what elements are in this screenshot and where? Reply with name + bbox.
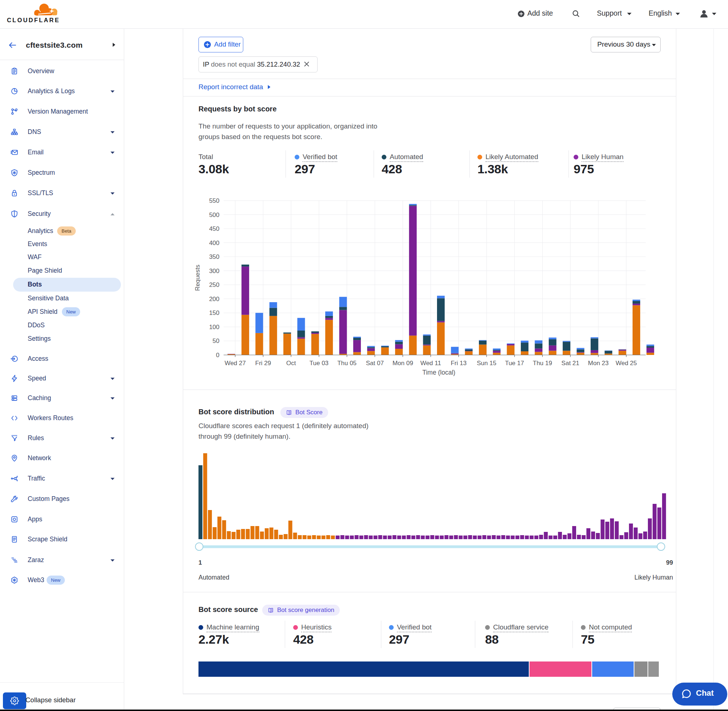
svg-text:Wed 25: Wed 25	[616, 360, 636, 367]
svg-text:Oct: Oct	[286, 360, 296, 367]
svg-text:Tue 17: Tue 17	[505, 360, 524, 367]
svg-text:200: 200	[209, 296, 219, 302]
svg-text:550: 550	[209, 197, 219, 204]
svg-text:Mon 09: Mon 09	[393, 360, 413, 367]
svg-text:Fri 29: Fri 29	[255, 360, 271, 367]
svg-text:Requests: Requests	[194, 265, 201, 291]
svg-text:Sun 15: Sun 15	[477, 360, 496, 367]
svg-text:Fri 13: Fri 13	[451, 360, 467, 367]
svg-text:Tue 03: Tue 03	[310, 360, 328, 367]
svg-text:250: 250	[209, 282, 219, 288]
svg-text:Automated: Automated	[198, 574, 229, 581]
svg-text:150: 150	[209, 310, 219, 316]
svg-text:99: 99	[666, 559, 673, 566]
svg-text:300: 300	[209, 268, 219, 274]
svg-text:50: 50	[213, 338, 220, 344]
svg-text:Sat 21: Sat 21	[561, 360, 579, 367]
svg-text:450: 450	[209, 225, 219, 232]
svg-text:0: 0	[216, 352, 219, 358]
svg-text:100: 100	[209, 324, 219, 330]
svg-text:400: 400	[209, 239, 219, 246]
svg-text:Mon 23: Mon 23	[588, 360, 609, 367]
svg-text:Likely Human: Likely Human	[634, 574, 673, 581]
svg-text:500: 500	[209, 211, 219, 218]
svg-text:350: 350	[209, 254, 219, 260]
svg-text:1: 1	[198, 559, 202, 566]
svg-text:Thu 05: Thu 05	[337, 360, 357, 367]
svg-text:Time (local): Time (local)	[422, 369, 456, 376]
svg-text:Wed 27: Wed 27	[225, 360, 246, 367]
svg-text:Sat 07: Sat 07	[366, 360, 384, 367]
svg-text:Thu 19: Thu 19	[533, 360, 552, 367]
svg-text:Wed 11: Wed 11	[420, 360, 441, 367]
